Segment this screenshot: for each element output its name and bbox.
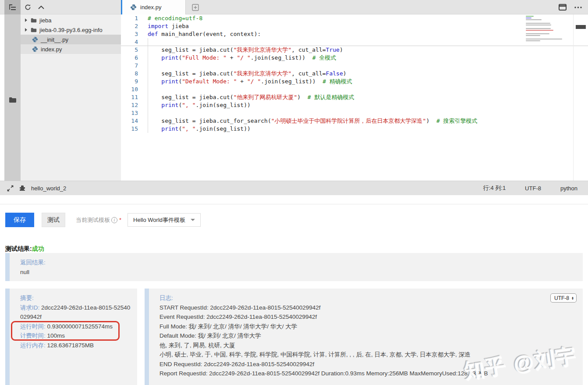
action-toolbar: 保存 测试 当前测试模板 i * Hello World事件模板 — [5, 213, 201, 227]
line-content: seg_list = jieba.cut("我来到北京清华大学", cut_al… — [138, 70, 347, 78]
return-result-label: 返回结果: — [20, 258, 577, 267]
line-number: 9 — [121, 78, 138, 86]
file-name: index.py — [41, 46, 62, 53]
save-button[interactable]: 保存 — [5, 213, 34, 227]
new-tab-button[interactable] — [186, 0, 205, 14]
code-line-10: 10 — [121, 86, 588, 93]
disclosure-caret-icon[interactable] — [25, 28, 27, 32]
test-result-label: 测试结果: — [5, 245, 32, 252]
template-dropdown-value: Hello World事件模板 — [133, 216, 185, 224]
log-encoding-select[interactable]: UTF-8 ▲▼ — [550, 293, 577, 303]
summary-title: 摘要: — [20, 293, 131, 303]
scrollbar-thumb[interactable] — [576, 25, 586, 29]
file-tree-item-index-py[interactable]: index.py — [21, 44, 121, 54]
line-content: seg_list = jieba.cut_for_search("小明硕士毕业于… — [138, 117, 478, 125]
file-tree: jiebajieba-0.39-py3.6.egg-info__init__.p… — [21, 14, 121, 181]
file-name: jieba-0.39-py3.6.egg-info — [39, 27, 103, 33]
code-editor-section: index.py jieba — [0, 0, 588, 195]
line-number: 3 — [121, 30, 138, 38]
line-content: print("Full Mode: " + "/ ".join(seg_list… — [138, 54, 336, 62]
code-line-9: 9 print("Default Mode: " + "/ ".join(seg… — [121, 78, 588, 86]
summary-row-label: 运行内存: — [20, 342, 46, 349]
return-result-value: null — [20, 267, 577, 277]
template-dropdown[interactable]: Hello World事件模板 — [128, 213, 201, 227]
test-button[interactable]: 测试 — [42, 213, 65, 227]
activity-rail — [4, 14, 21, 181]
code-line-11: 11 seg_list = jieba.cut("他来到了网易杭研大厦") # … — [121, 93, 588, 101]
summary-panel: 摘要: 请求ID: 2dcc2249-262d-11ea-8015-525400… — [5, 289, 137, 385]
panel-accent-strip — [145, 289, 149, 385]
more-options-icon[interactable] — [574, 7, 582, 8]
summary-row: 运行时间: 0.9300000071525574ms — [20, 322, 131, 332]
explorer-tree-button[interactable] — [4, 0, 21, 14]
python-file-icon — [130, 4, 137, 11]
file-tree-item--init-py[interactable]: __init__.py — [21, 35, 121, 44]
summary-row-value: 0.9300000071525574ms — [47, 323, 113, 330]
code-line-12: 12 print(", ".join(seg_list)) — [121, 101, 588, 109]
log-line: START RequestId: 2dcc2249-262d-11ea-8015… — [159, 303, 577, 313]
minimap[interactable] — [526, 16, 570, 42]
disclosure-caret-icon[interactable] — [25, 18, 27, 22]
plus-square-icon — [192, 4, 199, 11]
function-icon — [19, 185, 26, 191]
log-encoding-value: UTF-8 — [554, 295, 569, 301]
editor-layout-icon[interactable] — [559, 4, 567, 11]
editor-scrollbar[interactable] — [573, 14, 588, 181]
line-number: 2 — [121, 22, 138, 30]
line-content: # encoding=utf-8 — [138, 14, 202, 22]
code-line-15: 15 print(", ".join(seg_list)) — [121, 125, 588, 133]
file-name: __init__.py — [41, 36, 68, 43]
line-number: 13 — [121, 109, 138, 117]
code-line-14: 14 seg_list = jieba.cut_for_search("小明硕士… — [121, 117, 588, 125]
line-number: 8 — [121, 70, 138, 78]
log-panel: 日志: START RequestId: 2dcc2249-262d-11ea-… — [145, 289, 583, 385]
section-divider — [0, 204, 588, 204]
folder-explorer-icon[interactable] — [9, 19, 17, 181]
panel-accent-strip — [5, 289, 10, 385]
log-line: 小明, 硕士, 毕业, 于, 中国, 科学, 学院, 科学院, 中国科学院, 计… — [159, 350, 577, 360]
line-content: import jieba — [138, 22, 189, 30]
log-line: Report RequestId: 2dcc2249-262d-11ea-801… — [159, 369, 577, 378]
tab-label: index.py — [140, 4, 161, 11]
line-number: 4 — [121, 38, 138, 46]
info-icon[interactable]: i — [111, 217, 117, 223]
line-number: 6 — [121, 54, 138, 62]
file-tree-item-jieba-0-39-py3-6-egg-info[interactable]: jieba-0.39-py3.6.egg-info — [21, 25, 121, 35]
expand-editor-icon[interactable] — [7, 185, 14, 192]
code-line-13: 13 — [121, 109, 588, 117]
summary-row-label: 运行时间: — [20, 323, 46, 330]
line-number: 11 — [121, 93, 138, 101]
page: index.py jieba — [0, 0, 588, 385]
line-content — [138, 38, 148, 46]
line-content — [138, 86, 148, 93]
log-line: 他, 来到, 了, 网易, 杭研, 大厦 — [159, 341, 577, 350]
file-tree-item-jieba[interactable]: jieba — [21, 15, 121, 25]
line-content: def main_handler(event, context): — [138, 30, 261, 38]
log-title: 日志: — [159, 293, 577, 303]
log-line: Default Mode: 我/ 来到/ 北京/ 清华大学 — [159, 331, 577, 341]
editor-topbar: index.py — [0, 0, 588, 14]
line-content — [138, 109, 148, 117]
code-editor[interactable]: 1# encoding=utf-82import jieba3def main_… — [121, 14, 588, 181]
line-content: print(", ".join(seg_list)) — [138, 101, 251, 109]
python-file-icon — [32, 46, 38, 52]
line-content: print(", ".join(seg_list)) — [138, 125, 251, 133]
refresh-icon[interactable] — [25, 4, 31, 11]
code-line-4: 4 — [121, 38, 588, 46]
collapse-all-icon[interactable] — [38, 5, 44, 9]
log-line: END RequestId: 2dcc2249-262d-11ea-8015-5… — [159, 360, 577, 369]
test-result-title: 测试结果:成功 — [5, 245, 44, 253]
editor-statusbar: hello_world_2 行:4 列:1 UTF-8 python — [0, 181, 588, 195]
line-number: 12 — [121, 101, 138, 109]
summary-row-label: 请求ID: — [20, 304, 39, 311]
summary-row-value: 128.63671875MB — [47, 342, 94, 349]
log-line: Event RequestId: 2dcc2249-262d-11ea-8015… — [159, 312, 577, 322]
test-result-status: 成功 — [32, 245, 44, 252]
summary-row: 请求ID: 2dcc2249-262d-11ea-8015-5254002994… — [20, 303, 131, 322]
code-line-1: 1# encoding=utf-8 — [121, 14, 588, 22]
python-file-icon — [32, 36, 38, 43]
line-content: seg_list = jieba.cut("他来到了网易杭研大厦") # 默认是… — [138, 93, 354, 101]
tree-view-icon — [9, 4, 16, 11]
summary-row-label: 计费时间: — [20, 332, 46, 339]
tab-index-py[interactable]: index.py — [121, 0, 186, 14]
